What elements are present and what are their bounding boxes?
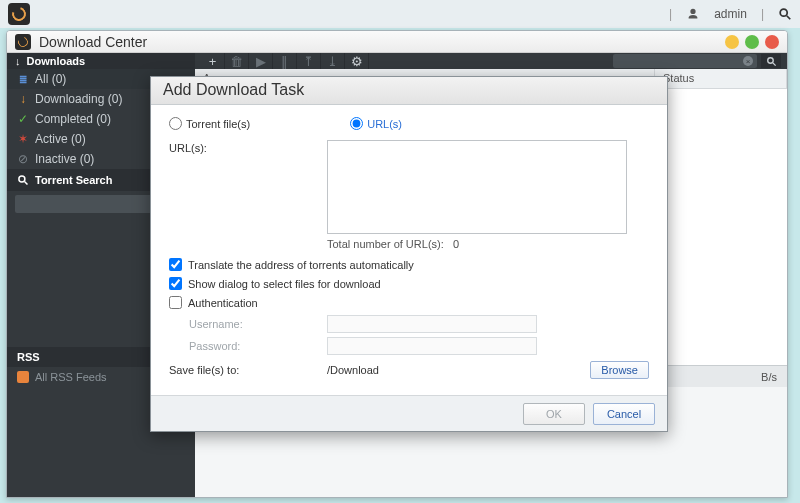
- clear-icon[interactable]: ×: [743, 56, 753, 66]
- search-button[interactable]: [761, 54, 781, 68]
- list-icon: ≣: [17, 73, 29, 85]
- ok-button[interactable]: OK: [523, 403, 585, 425]
- radio-label: Torrent file(s): [186, 118, 250, 130]
- taskbar-app-icon[interactable]: [8, 3, 30, 25]
- urls-label: URL(s):: [169, 140, 319, 234]
- system-taskbar: | admin |: [0, 0, 800, 28]
- checkbox-auth-row[interactable]: Authentication: [169, 296, 649, 309]
- username-label: Username:: [189, 318, 319, 330]
- settings-button[interactable]: ⚙: [345, 53, 369, 69]
- checkbox-auth[interactable]: [169, 296, 182, 309]
- url-count-value: 0: [453, 238, 459, 250]
- sidebar-item-label: Downloading (0): [35, 92, 122, 106]
- radio-url-input[interactable]: [350, 117, 363, 130]
- checkbox-showdialog-row[interactable]: Show dialog to select files for download: [169, 277, 649, 290]
- urls-textarea[interactable]: [327, 140, 627, 234]
- checkbox-label: Show dialog to select files for download: [188, 278, 381, 290]
- torrent-search-label: Torrent Search: [35, 174, 112, 186]
- search-icon: [17, 174, 29, 186]
- close-button[interactable]: [765, 35, 779, 49]
- rss-header-label: RSS: [17, 351, 40, 363]
- svg-line-5: [772, 62, 775, 65]
- sidebar-item-label: All (0): [35, 72, 66, 86]
- checkbox-translate-row[interactable]: Translate the address of torrents automa…: [169, 258, 649, 271]
- taskbar-username[interactable]: admin: [714, 7, 747, 21]
- separator: |: [761, 7, 764, 21]
- checkbox-label: Translate the address of torrents automa…: [188, 259, 414, 271]
- radio-torrent-files[interactable]: Torrent file(s): [169, 117, 250, 130]
- inactive-icon: ⊘: [17, 153, 29, 165]
- toolbar-search[interactable]: ×: [613, 54, 757, 68]
- maximize-button[interactable]: [745, 35, 759, 49]
- rss-icon: [17, 371, 29, 383]
- active-icon: ✶: [17, 133, 29, 145]
- add-download-task-dialog: Add Download Task Torrent file(s) URL(s)…: [150, 76, 668, 432]
- toolbar: + 🗑 ▶ ‖ ⤒ ⤓ ⚙ ×: [195, 53, 787, 69]
- radio-label: URL(s): [367, 118, 402, 130]
- downloads-header: ↓ Downloads: [7, 53, 195, 69]
- checkbox-label: Authentication: [188, 297, 258, 309]
- svg-point-0: [780, 9, 787, 16]
- svg-point-4: [767, 57, 773, 63]
- save-to-label: Save file(s) to:: [169, 364, 319, 376]
- window-title: Download Center: [39, 34, 147, 50]
- check-icon: ✓: [17, 113, 29, 125]
- password-label: Password:: [189, 340, 319, 352]
- app-icon: [15, 34, 31, 50]
- sidebar-item-label: Completed (0): [35, 112, 111, 126]
- delete-button[interactable]: 🗑: [225, 53, 249, 69]
- username-input: [327, 315, 537, 333]
- checkbox-translate[interactable]: [169, 258, 182, 271]
- svg-line-3: [25, 182, 28, 185]
- download-arrow-icon: ↓: [15, 55, 21, 67]
- url-count-label: Total number of URL(s):: [327, 238, 444, 250]
- add-button[interactable]: +: [201, 53, 225, 69]
- downloads-header-label: Downloads: [27, 55, 86, 67]
- move-down-button[interactable]: ⤓: [321, 53, 345, 69]
- minimize-button[interactable]: [725, 35, 739, 49]
- user-icon[interactable]: [686, 7, 700, 21]
- cancel-button[interactable]: Cancel: [593, 403, 655, 425]
- dialog-footer: OK Cancel: [151, 395, 667, 431]
- radio-torrent-input[interactable]: [169, 117, 182, 130]
- save-to-path: /Download: [327, 364, 582, 376]
- password-input: [327, 337, 537, 355]
- sidebar-item-label: Active (0): [35, 132, 86, 146]
- sidebar-item-label: Inactive (0): [35, 152, 94, 166]
- separator: |: [669, 7, 672, 21]
- svg-line-1: [787, 16, 791, 20]
- search-icon[interactable]: [778, 7, 792, 21]
- browse-button[interactable]: Browse: [590, 361, 649, 379]
- column-header-status[interactable]: Status: [655, 69, 787, 88]
- pause-button[interactable]: ‖: [273, 53, 297, 69]
- checkbox-showdialog[interactable]: [169, 277, 182, 290]
- rate-label: B/s: [761, 371, 777, 383]
- dialog-title: Add Download Task: [151, 77, 667, 105]
- radio-urls[interactable]: URL(s): [350, 117, 402, 130]
- download-icon: ↓: [17, 93, 29, 105]
- window-titlebar[interactable]: Download Center: [7, 31, 787, 53]
- start-button[interactable]: ▶: [249, 53, 273, 69]
- move-up-button[interactable]: ⤒: [297, 53, 321, 69]
- sidebar-item-label: All RSS Feeds: [35, 371, 107, 383]
- svg-point-2: [19, 176, 25, 182]
